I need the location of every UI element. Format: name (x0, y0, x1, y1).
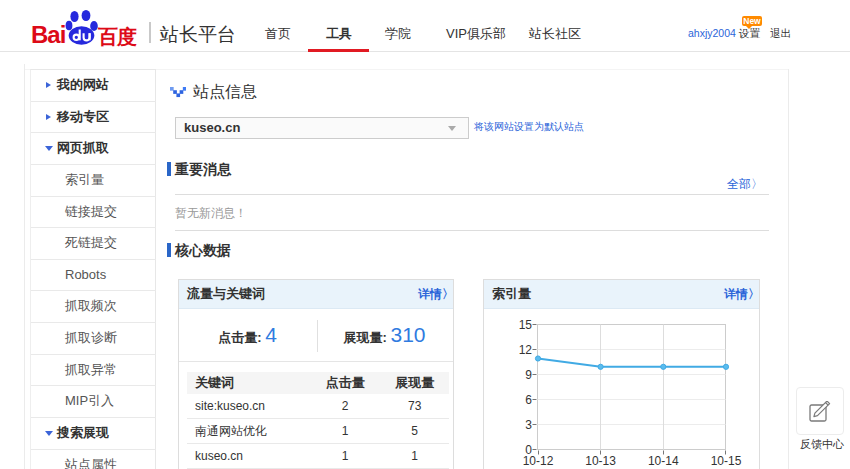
svg-text:3: 3 (525, 418, 532, 432)
svg-text:10-12: 10-12 (523, 454, 554, 468)
svg-text:12: 12 (519, 343, 533, 357)
svg-text:9: 9 (525, 368, 532, 382)
svg-text:6: 6 (525, 393, 532, 407)
svg-text:10-14: 10-14 (648, 454, 679, 468)
svg-text:10-15: 10-15 (711, 454, 742, 468)
svg-text:10-13: 10-13 (585, 454, 616, 468)
svg-text:15: 15 (519, 318, 533, 332)
